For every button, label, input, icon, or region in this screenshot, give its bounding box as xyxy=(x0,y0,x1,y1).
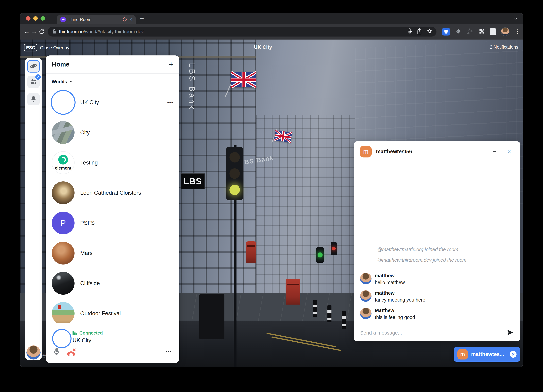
sender-avatar xyxy=(360,290,372,302)
chat-minimize-button[interactable]: − xyxy=(489,148,500,155)
chat-peer-avatar: m xyxy=(360,146,372,158)
active-call-pill[interactable]: m matthewtes... × xyxy=(454,347,520,362)
world-row-cliffside[interactable]: Cliffside xyxy=(46,268,179,298)
room-event: @matthew:thirdroom.dev joined the room xyxy=(377,257,514,263)
sender-avatar xyxy=(360,273,372,284)
chat-window: m matthewtest56 − × @matthew:matrix.org … xyxy=(354,141,520,341)
message-input[interactable] xyxy=(360,330,503,336)
panel-title: Home xyxy=(52,61,169,68)
world-avatar xyxy=(52,272,74,295)
lbs-bank-vertical-sign: LBS Bank xyxy=(188,63,197,111)
close-overlay-button[interactable]: ESC Close Overlay xyxy=(24,44,69,51)
world-row-psfs[interactable]: P PSFS xyxy=(46,208,179,238)
chat-peer-name: matthewtest56 xyxy=(376,149,485,155)
close-window-button[interactable] xyxy=(26,16,30,21)
tab-third-room[interactable]: Third Room × xyxy=(57,15,136,24)
home-panel: Home + Worlds UK City ••• City xyxy=(46,56,179,363)
url-path: /world/#uk-city:thirdroom.dev xyxy=(84,29,144,34)
world-row-leon-cathedral[interactable]: Leon Cathedral Cloisters xyxy=(46,178,179,208)
chat-message: matthew fancy meeting you here xyxy=(360,290,514,303)
url-domain: thirdroom.io xyxy=(59,29,84,34)
user-profile-avatar[interactable] xyxy=(27,346,40,359)
side-panel-icon[interactable] xyxy=(490,28,496,35)
world-title: UK City xyxy=(254,44,272,50)
world-row-testing[interactable]: element Testing xyxy=(46,148,179,178)
extension-diamond-icon[interactable] xyxy=(455,28,462,35)
microphone-toggle-button[interactable] xyxy=(53,347,60,357)
send-message-button[interactable] xyxy=(507,329,514,336)
traffic-light-icon xyxy=(226,147,243,200)
union-jack-flag-icon xyxy=(274,130,292,143)
bell-icon xyxy=(30,95,37,103)
tab-strip: Third Room × + xyxy=(20,13,523,24)
chat-message: matthew hello matthew xyxy=(360,273,514,285)
tab-search-chevron-icon[interactable] xyxy=(513,16,518,22)
bollard xyxy=(328,305,331,322)
url-text: thirdroom.io/world/#uk-city:thirdroom.de… xyxy=(59,29,405,34)
password-manager-shield-icon[interactable] xyxy=(442,28,450,35)
connection-status: Connected xyxy=(79,330,103,336)
page-viewport: LBS Bank LBS BS Bank xyxy=(20,40,523,367)
notifications-status[interactable]: 2 Notifications xyxy=(490,45,518,50)
lbs-sign: LBS xyxy=(181,173,205,189)
create-world-button[interactable]: + xyxy=(169,61,173,68)
tab-title: Third Room xyxy=(69,17,120,22)
worlds-section-toggle[interactable]: Worlds xyxy=(46,74,179,85)
pedestrian-light-red-icon xyxy=(331,242,337,255)
world-options-menu-icon[interactable]: ••• xyxy=(167,100,173,105)
world-row-mars[interactable]: Mars xyxy=(46,238,179,268)
red-phone-box xyxy=(286,279,300,305)
planet-icon xyxy=(30,62,37,70)
back-button[interactable]: ← xyxy=(24,27,30,36)
end-call-icon[interactable]: × xyxy=(510,351,516,358)
union-jack-flag-icon xyxy=(231,71,256,88)
extensions-puzzle-icon[interactable] xyxy=(478,28,485,35)
extensions-row: ⋮ xyxy=(442,27,520,36)
world-avatar xyxy=(52,121,74,144)
element-logo-icon xyxy=(58,155,68,165)
chat-message-list[interactable]: @matthew:matrix.org joined the room @mat… xyxy=(354,162,520,324)
lock-icon xyxy=(52,29,57,35)
chat-input-bar xyxy=(354,324,520,341)
microphone-permission-icon[interactable] xyxy=(407,28,412,35)
world-row-city[interactable]: City xyxy=(46,117,179,148)
url-bar[interactable]: thirdroom.io/world/#uk-city:thirdroom.de… xyxy=(48,27,436,37)
sidebar-item-worlds[interactable] xyxy=(27,60,40,73)
sidebar-item-friends[interactable]: 2 xyxy=(27,76,40,88)
reload-button[interactable] xyxy=(39,27,45,36)
bookmark-star-icon[interactable] xyxy=(426,28,432,35)
call-options-menu-icon[interactable]: ••• xyxy=(166,349,172,354)
sidebar-item-notifications[interactable] xyxy=(27,93,40,105)
call-peer-avatar: m xyxy=(458,349,468,359)
browser-menu-icon[interactable]: ⋮ xyxy=(515,30,520,33)
third-room-favicon-icon xyxy=(60,17,66,22)
chat-close-button[interactable]: × xyxy=(504,148,514,155)
friends-badge: 2 xyxy=(35,74,41,80)
esc-key-chip: ESC xyxy=(24,44,37,51)
overlay-top-bar: ESC Close Overlay UK City 2 Notification… xyxy=(20,40,523,55)
bollard xyxy=(342,311,346,329)
world-row-outdoor-festival[interactable]: Outdoor Festival xyxy=(46,298,179,323)
world-row-uk-city[interactable]: UK City ••• xyxy=(46,87,179,117)
forward-button[interactable]: → xyxy=(31,27,37,36)
room-event: @matthew:matrix.org joined the room xyxy=(377,247,514,252)
hang-up-call-button[interactable] xyxy=(66,347,76,357)
chat-message: Matthew this is feeling good xyxy=(360,308,514,320)
home-panel-header: Home + xyxy=(46,56,179,74)
chevron-down-icon xyxy=(69,80,73,85)
share-icon[interactable] xyxy=(417,28,422,35)
world-avatar: element xyxy=(52,151,74,174)
extension-recycle-icon[interactable] xyxy=(467,28,473,35)
street-bin xyxy=(199,294,224,339)
new-tab-button[interactable]: + xyxy=(140,15,144,22)
pedestrian-light-green-icon xyxy=(316,247,324,263)
browser-profile-avatar[interactable] xyxy=(501,27,509,36)
bollard xyxy=(313,300,317,317)
red-postbox xyxy=(246,241,256,263)
minimize-window-button[interactable] xyxy=(33,16,38,21)
world-avatar xyxy=(52,182,74,204)
call-peer-name: matthewtes... xyxy=(471,351,506,357)
zoom-window-button[interactable] xyxy=(40,16,45,21)
tab-close-button[interactable]: × xyxy=(129,17,132,22)
world-avatar: P xyxy=(52,212,74,234)
